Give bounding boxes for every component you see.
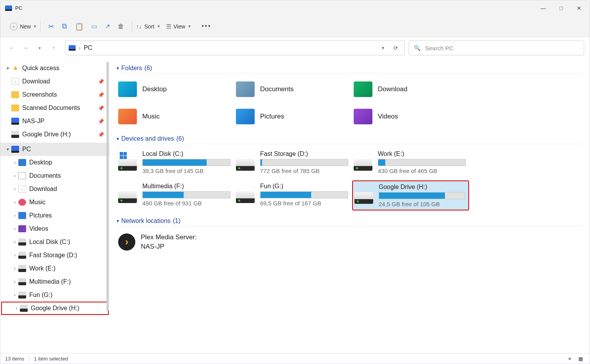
folder-icon [236,81,255,97]
network-item[interactable]: ›Plex Media Server:NAS-JP [117,230,583,254]
drive-item[interactable]: Multimedia (F:)490 GB free of 931 GB [117,180,234,210]
recent-button[interactable]: ▾ [35,43,45,53]
search-input[interactable] [425,45,579,51]
pin-icon: 📌 [98,92,104,98]
sidebar-item-screenshots[interactable]: Screenshots 📌 [0,88,110,101]
chevron-down-icon: ▾ [117,136,119,141]
drive-item[interactable]: Local Disk (C:)39,3 GB free of 145 GB [117,148,234,177]
sidebar-item-desktop[interactable]: ›Desktop [0,156,110,169]
sidebar-item-google-drive-h[interactable]: ›Google Drive (H:) [1,302,109,315]
sidebar-item-download[interactable]: ↓ Download 📌 [0,75,110,88]
folder-item[interactable]: Pictures [234,105,351,128]
folder-item[interactable]: Desktop [117,78,234,101]
sidebar-item-local-disk-c[interactable]: ›Local Disk (C:) [0,235,110,249]
refresh-button[interactable]: ⟳ [390,45,401,51]
share-icon: ↗ [105,23,110,30]
rename-button[interactable]: ▭ [89,19,99,34]
drive-icon [18,239,26,246]
sidebar-pc[interactable]: ▾ PC [0,143,110,156]
search-box[interactable]: 🔍 [409,41,584,55]
folder-icon [354,109,372,124]
breadcrumb-separator: › [79,45,81,51]
drive-icon [236,159,255,171]
drive-item[interactable]: Fun (G:)69,5 GB free of 167 GB [234,180,351,210]
share-button[interactable]: ↗ [103,19,112,34]
drive-icon [11,131,19,138]
folders-section-header[interactable]: ▾ Folders (6) [117,65,583,74]
drives-section-header[interactable]: ▾ Devices and drives (6) [117,135,583,144]
tiles-view-button[interactable]: ▦ [576,355,585,362]
address-dropdown[interactable]: ▾ [379,45,387,51]
drive-free-text: 24,5 GB free of 105 GB [379,201,465,207]
breadcrumb-pc[interactable]: PC [84,44,92,51]
drive-item[interactable]: Fast Storage (D:)772 GB free of 785 GB [234,148,351,177]
folder-label: Pictures [260,113,284,120]
folder-item[interactable]: Videos [352,105,469,128]
drive-item[interactable]: Google Drive (H:)24,5 GB free of 105 GB [352,180,469,210]
chevron-right-icon: › [11,292,18,298]
sidebar-item-documents[interactable]: ›Documents [0,169,110,182]
sort-label: Sort [144,23,154,30]
paste-button[interactable]: 📋 [73,19,86,34]
details-view-button[interactable]: ≡ [565,355,574,362]
maximize-button[interactable]: □ [552,2,570,14]
separator [132,21,132,32]
sidebar-item-music[interactable]: ›Music [0,196,110,209]
back-button[interactable]: ← [7,43,17,53]
folder-label: Music [142,113,159,120]
network-label-line1: Plex Media Server: [141,233,197,242]
plus-circle-icon: + [10,23,18,30]
drive-item[interactable]: Work (E:)430 GB free of 465 GB [352,148,469,177]
view-button[interactable]: ☰ View ▾ [164,19,193,34]
window-title: PC [15,5,22,11]
folder-item[interactable]: Music [117,105,234,128]
network-section-header[interactable]: ▾ Network locations (1) [117,217,583,226]
videos-icon [18,225,26,232]
chevron-right-icon: › [11,279,18,284]
drive-label: Multimedia (F:) [142,183,230,190]
more-button[interactable]: ••• [199,19,214,34]
pin-icon: 📌 [98,118,104,124]
sort-button[interactable]: ↑↓ Sort ▾ [134,19,162,34]
pc-icon [11,118,19,125]
sidebar-item-google-drive-pinned[interactable]: Google Drive (H:) 📌 [0,128,110,141]
drive-usage-bar [260,159,348,166]
folder-icon [354,81,372,97]
music-icon [18,199,26,206]
sidebar-item-fast-storage-d[interactable]: ›Fast Storage (D:) [0,249,110,262]
sidebar-item-scanned-documents[interactable]: Scanned Documents 📌 [0,101,110,115]
sidebar-item-download[interactable]: ›↓Download [0,182,110,196]
sidebar-item-pictures[interactable]: ›Pictures [0,209,110,222]
folder-label: Videos [378,113,398,120]
sidebar-item-work-e[interactable]: ›Work (E:) [0,262,110,275]
minimize-button[interactable]: — [534,2,552,14]
sidebar-item-nas-jp[interactable]: NAS-JP 📌 [0,115,110,128]
up-button[interactable]: ↑ [49,43,59,53]
separator [40,21,41,32]
copy-button[interactable]: ⧉ [60,19,69,34]
drive-free-text: 430 GB free of 465 GB [378,168,466,174]
sidebar-quick-access[interactable]: ▾ ★ Quick access [0,62,110,75]
sidebar-item-fun-g[interactable]: ›Fun (G:) [0,288,110,302]
folder-label: Desktop [142,85,167,93]
folder-item[interactable]: Download [352,78,469,101]
drive-label: Fast Storage (D:) [260,150,348,157]
folder-icon [236,109,255,124]
sidebar-item-videos[interactable]: ›Videos [0,222,110,235]
cut-button[interactable]: ✂ [46,19,57,34]
search-icon: 🔍 [414,45,420,51]
folder-item[interactable]: Documents [234,78,351,101]
chevron-right-icon: › [11,266,18,271]
forward-button[interactable]: → [21,43,31,53]
chevron-down-icon: ▾ [4,65,11,71]
delete-button[interactable]: 🗑 [115,19,126,34]
new-button[interactable]: + New ▾ [7,19,39,34]
close-button[interactable]: ✕ [570,2,588,14]
address-bar[interactable]: › PC ▾ ⟳ [65,41,405,55]
drive-icon [18,292,26,299]
sidebar-item-multimedia-f[interactable]: ›Multimedia (F:) [0,275,110,288]
quick-access-label: Quick access [22,65,59,72]
drive-label: Local Disk (C:) [142,150,230,157]
ellipsis-icon: ••• [202,22,211,30]
desktop-icon [18,159,26,166]
